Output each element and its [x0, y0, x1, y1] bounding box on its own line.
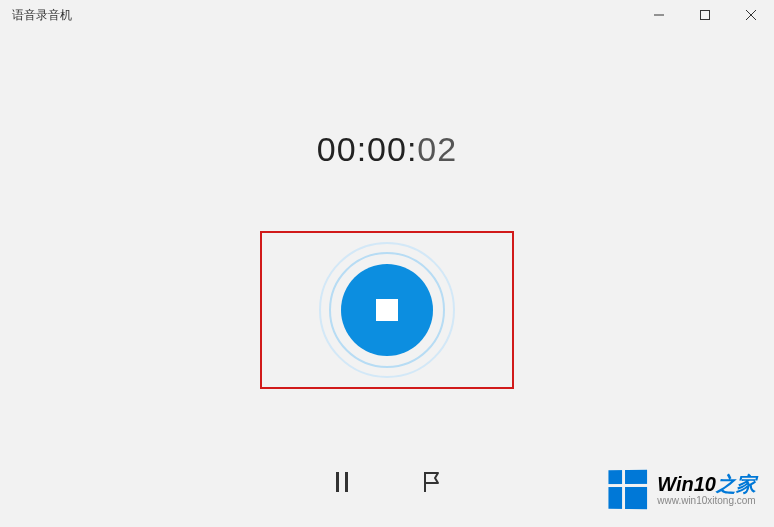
watermark-brand: Win10之家 — [657, 473, 756, 495]
recording-timer: 00:00:02 — [317, 130, 457, 169]
watermark: Win10之家 www.win10xitong.com — [608, 470, 756, 509]
pause-icon — [334, 472, 350, 492]
stop-icon — [376, 299, 398, 321]
flag-icon — [422, 471, 442, 493]
svg-rect-5 — [345, 472, 348, 492]
minimize-button[interactable] — [636, 0, 682, 30]
close-icon — [746, 10, 756, 20]
bottom-controls — [327, 467, 447, 497]
watermark-brand-prefix: Win10 — [657, 473, 716, 495]
close-button[interactable] — [728, 0, 774, 30]
window-title: 语音录音机 — [12, 7, 72, 24]
pause-button[interactable] — [327, 467, 357, 497]
window-controls — [636, 0, 774, 30]
titlebar: 语音录音机 — [0, 0, 774, 30]
main-area: 00:00:02 Win10 — [0, 30, 774, 527]
watermark-brand-suffix: 之家 — [716, 473, 756, 495]
maximize-button[interactable] — [682, 0, 728, 30]
minimize-icon — [654, 10, 664, 20]
maximize-icon — [700, 10, 710, 20]
stop-recording-button[interactable] — [341, 264, 433, 356]
svg-rect-4 — [336, 472, 339, 492]
watermark-text: Win10之家 www.win10xitong.com — [657, 473, 756, 506]
flag-button[interactable] — [417, 467, 447, 497]
pulse-ring-outer — [319, 242, 455, 378]
timer-seconds: 02 — [417, 130, 457, 168]
pulse-ring-inner — [329, 252, 445, 368]
windows-logo-icon — [609, 470, 648, 510]
highlight-box — [260, 231, 514, 389]
timer-hours-minutes: 00:00: — [317, 130, 418, 168]
watermark-url: www.win10xitong.com — [657, 495, 756, 506]
svg-rect-1 — [701, 11, 710, 20]
